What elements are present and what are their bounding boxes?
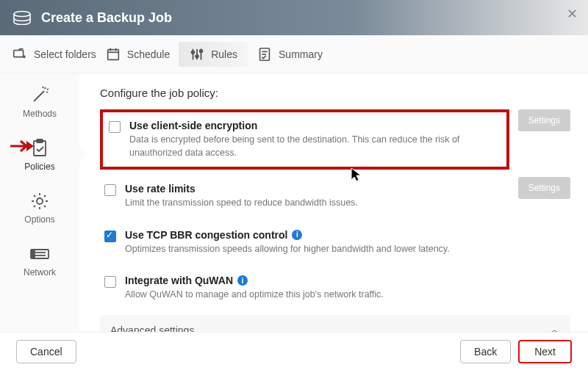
wizard-stepper: Select folders Schedule Rules Summary <box>0 35 588 73</box>
step-label: Rules <box>211 48 237 60</box>
step-label: Summary <box>279 48 323 60</box>
calendar-icon <box>105 46 121 62</box>
info-icon[interactable]: i <box>237 275 248 286</box>
step-summary[interactable]: Summary <box>257 46 323 62</box>
cancel-button[interactable]: Cancel <box>16 340 76 363</box>
policy-label: Use TCP BBR congestion controli <box>125 229 566 241</box>
dialog-footer: Cancel Back Next <box>0 332 588 370</box>
sidebar-label: Options <box>24 214 54 225</box>
step-schedule[interactable]: Schedule <box>105 46 170 62</box>
svg-point-0 <box>14 12 30 17</box>
sliders-icon <box>189 46 205 62</box>
settings-button-rate-limits[interactable]: Settings <box>518 177 570 199</box>
policy-quwan: Integrate with QuWANi Allow QuWAN to man… <box>100 269 570 308</box>
folder-icon <box>12 46 28 62</box>
wand-icon <box>29 85 50 106</box>
sidebar-label: Network <box>24 267 56 278</box>
checkbox-rate-limits[interactable] <box>104 184 116 196</box>
step-select-folders[interactable]: Select folders <box>12 46 96 62</box>
checkbox-quwan[interactable] <box>104 276 116 288</box>
info-icon[interactable]: i <box>292 230 302 240</box>
settings-button-encryption[interactable]: Settings <box>518 109 570 131</box>
svg-rect-1 <box>14 50 24 57</box>
backup-icon <box>12 10 32 25</box>
gear-icon <box>29 191 50 211</box>
svg-rect-15 <box>34 141 46 156</box>
step-rules[interactable]: Rules <box>179 42 248 67</box>
policy-label: Integrate with QuWANi <box>125 275 566 286</box>
advanced-header-label: Advanced settings <box>110 324 194 333</box>
svg-rect-21 <box>32 250 35 258</box>
svg-point-10 <box>196 54 198 57</box>
sidebar-item-methods[interactable]: Methods <box>0 82 79 122</box>
panel-title: Configure the job policy: <box>100 87 570 99</box>
chevron-up-icon: ︿ <box>550 324 560 333</box>
advanced-settings: Advanced settings ︿ Only back up updated… <box>100 315 570 333</box>
document-icon <box>257 46 273 62</box>
policy-rate-limits: Use rate limits Limit the transmission s… <box>100 177 509 216</box>
dialog-header: Create a Backup Job ✕ <box>0 0 588 35</box>
clipboard-check-icon <box>29 138 50 159</box>
policy-desc: Limit the transmission speed to reduce b… <box>125 197 505 210</box>
policy-desc: Optimizes transmission speeds allowing f… <box>125 243 566 256</box>
svg-point-11 <box>200 49 203 52</box>
sidebar-item-options[interactable]: Options <box>0 188 79 228</box>
svg-point-17 <box>37 198 43 204</box>
policy-panel: Configure the job policy: Use client-sid… <box>79 73 588 332</box>
step-label: Schedule <box>127 48 170 60</box>
sidebar-label: Methods <box>23 109 57 119</box>
policy-label: Use rate limits <box>125 183 505 195</box>
policy-desc: Data is encrypted before being sent to t… <box>129 134 501 159</box>
policy-desc: Allow QuWAN to manage and optimize this … <box>125 289 566 302</box>
checkbox-encryption[interactable] <box>109 121 121 133</box>
dialog-title: Create a Backup Job <box>41 10 172 26</box>
sidebar-label: Policies <box>24 162 54 172</box>
step-label: Select folders <box>34 48 96 60</box>
close-icon[interactable]: ✕ <box>567 6 578 22</box>
policy-encryption: Use client-side encryption Data is encry… <box>100 109 509 170</box>
policy-tcp-bbr: Use TCP BBR congestion controli Optimize… <box>100 223 570 262</box>
svg-rect-2 <box>107 49 118 59</box>
checkbox-tcp-bbr[interactable] <box>104 231 116 242</box>
network-icon <box>29 244 50 264</box>
sidebar-item-network[interactable]: Network <box>0 241 79 280</box>
rules-sidebar: Methods Policies Options Network <box>0 73 79 332</box>
sidebar-item-policies[interactable]: Policies <box>0 135 79 175</box>
back-button[interactable]: Back <box>460 340 511 363</box>
policy-label: Use client-side encryption <box>129 120 501 131</box>
advanced-toggle[interactable]: Advanced settings ︿ <box>110 324 560 333</box>
next-button[interactable]: Next <box>518 340 572 363</box>
svg-point-9 <box>192 51 195 54</box>
